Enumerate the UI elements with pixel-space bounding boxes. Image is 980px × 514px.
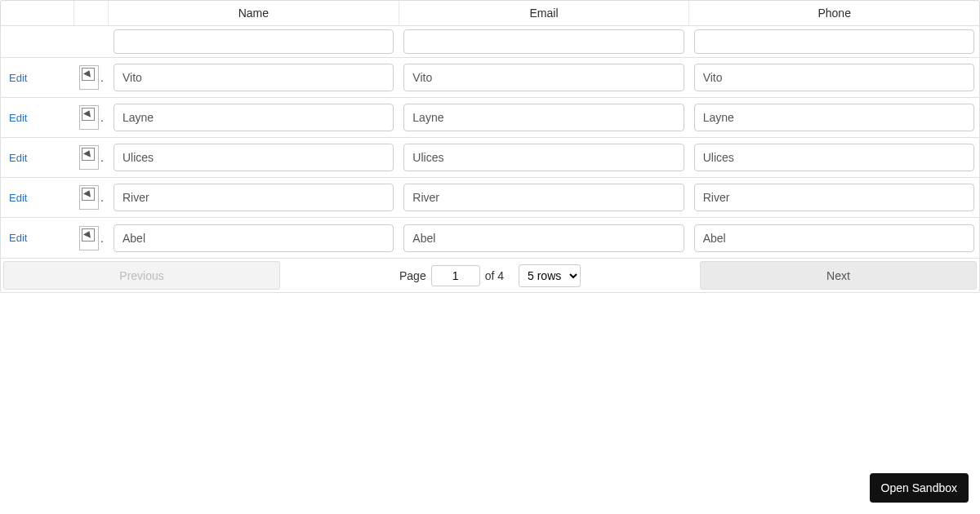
name-input[interactable] [114, 144, 394, 171]
email-input[interactable] [403, 104, 684, 131]
name-input[interactable] [114, 104, 394, 131]
avatar-dot: . [100, 232, 104, 245]
broken-image-icon [79, 65, 99, 90]
page-number-input[interactable] [431, 265, 480, 286]
table-row: Edit . [1, 98, 979, 138]
avatar-dot: . [100, 111, 104, 124]
column-header-name[interactable]: Name [109, 1, 399, 25]
cell-avatar: . [74, 100, 109, 135]
data-table: Name Email Phone Edit . [0, 0, 980, 293]
table-row: Edit . [1, 178, 979, 218]
filter-cell-phone [689, 26, 979, 57]
next-button[interactable]: Next [700, 261, 977, 290]
filter-name-input[interactable] [114, 29, 394, 54]
edit-link[interactable]: Edit [6, 192, 27, 204]
table-header-row: Name Email Phone [1, 1, 979, 26]
phone-input[interactable] [694, 64, 974, 91]
column-header-actions[interactable] [1, 1, 74, 25]
avatar-dot: . [100, 151, 104, 164]
email-input[interactable] [403, 144, 684, 171]
edit-link[interactable]: Edit [6, 232, 27, 244]
cell-actions: Edit [1, 107, 74, 129]
filter-cell-email [399, 26, 688, 57]
email-input[interactable] [403, 224, 684, 252]
cell-phone [689, 179, 979, 216]
cell-name [109, 139, 399, 176]
avatar-dot: . [100, 71, 104, 84]
cell-phone [689, 219, 979, 257]
cell-email [399, 139, 688, 176]
table-filter-row [1, 26, 979, 58]
filter-cell-name [109, 26, 399, 57]
avatar-dot: . [100, 191, 104, 204]
page-total-label: of 4 [485, 269, 504, 282]
edit-link[interactable]: Edit [6, 152, 27, 164]
filter-cell-avatar [74, 26, 109, 57]
email-input[interactable] [403, 64, 684, 91]
pagination-center: Page of 4 5 rows [283, 261, 697, 290]
table-body: Edit . Edit . [1, 58, 979, 258]
cell-avatar: . [74, 180, 109, 215]
cell-name [109, 59, 399, 96]
phone-input[interactable] [694, 144, 974, 171]
cell-avatar: . [74, 60, 109, 95]
filter-phone-input[interactable] [694, 29, 974, 54]
filter-email-input[interactable] [403, 29, 684, 54]
broken-image-icon [79, 226, 99, 250]
broken-image-icon [79, 185, 99, 210]
column-header-avatar[interactable] [74, 1, 109, 25]
column-header-phone[interactable]: Phone [689, 1, 979, 25]
email-input[interactable] [403, 184, 684, 211]
cell-name [109, 219, 399, 257]
broken-image-icon [79, 145, 99, 170]
cell-actions: Edit [1, 227, 74, 249]
page-indicator: Page of 4 [399, 265, 504, 286]
edit-link[interactable]: Edit [6, 112, 27, 124]
name-input[interactable] [114, 64, 394, 91]
pagination-bar: Previous Page of 4 5 rows Next [1, 258, 979, 292]
cell-email [399, 99, 688, 136]
cell-actions: Edit [1, 147, 74, 169]
cell-email [399, 59, 688, 96]
table-row: Edit . [1, 58, 979, 98]
cell-name [109, 179, 399, 216]
table-row: Edit . [1, 218, 979, 258]
cell-email [399, 179, 688, 216]
cell-actions: Edit [1, 187, 74, 209]
table-row: Edit . [1, 138, 979, 178]
cell-name [109, 99, 399, 136]
filter-cell-actions [1, 26, 74, 57]
phone-input[interactable] [694, 184, 974, 211]
cell-avatar: . [74, 221, 109, 255]
cell-phone [689, 59, 979, 96]
edit-link[interactable]: Edit [6, 72, 27, 84]
phone-input[interactable] [694, 104, 974, 131]
cell-phone [689, 139, 979, 176]
broken-image-icon [79, 105, 99, 130]
phone-input[interactable] [694, 224, 974, 252]
cell-email [399, 219, 688, 257]
name-input[interactable] [114, 224, 394, 252]
name-input[interactable] [114, 184, 394, 211]
previous-button[interactable]: Previous [3, 261, 280, 290]
cell-actions: Edit [1, 67, 74, 89]
column-header-email[interactable]: Email [399, 1, 690, 25]
cell-avatar: . [74, 140, 109, 175]
page-size-select[interactable]: 5 rows [519, 264, 581, 287]
open-sandbox-button[interactable]: Open Sandbox [870, 473, 969, 503]
page-label: Page [399, 269, 426, 282]
cell-phone [689, 99, 979, 136]
